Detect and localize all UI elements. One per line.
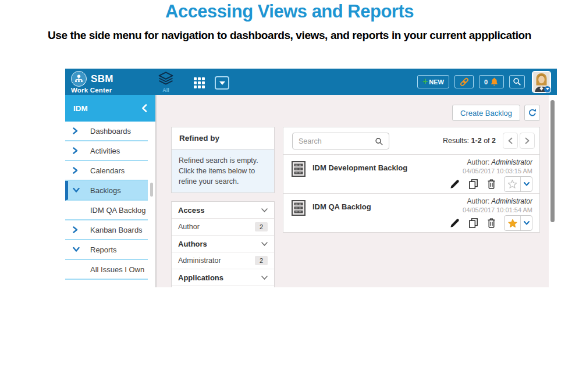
delete-button[interactable] (486, 179, 496, 190)
page-title: Accessing Views and Reports (0, 1, 579, 22)
filter-count-badge: 2 (255, 256, 268, 265)
refresh-icon (528, 108, 537, 117)
avatar-menu-caret[interactable] (544, 86, 550, 92)
chevron-down-icon (73, 188, 80, 193)
next-page-button[interactable] (520, 133, 535, 149)
author-label: Author: (467, 158, 490, 166)
create-backlog-button[interactable]: Create Backlog (452, 105, 520, 121)
filters-panel: Access Author 2 Authors Administrator 2 (171, 201, 275, 287)
filter-section-access[interactable]: Access (172, 202, 274, 219)
sidebar-app-header[interactable]: IDM (65, 95, 155, 122)
filter-item-issue-defect-management[interactable]: Issue Defect Management 2 (172, 286, 274, 287)
links-button[interactable] (454, 75, 474, 88)
org-chart-icon (74, 74, 84, 84)
result-title[interactable]: IDM Development Backlog (312, 163, 407, 172)
copy-button[interactable] (468, 218, 479, 229)
result-author: Author:Administrator (449, 158, 532, 166)
filter-section-authors[interactable]: Authors (172, 236, 274, 252)
result-row-idm-qa-backlog[interactable]: IDM QA Backlog Author:Administrator 04/0… (283, 193, 539, 232)
favorite-star-button[interactable] (505, 177, 520, 191)
search-input[interactable] (299, 133, 368, 149)
user-avatar[interactable] (532, 71, 551, 93)
sidebar-item-all-issues-i-own[interactable]: All Issues I Own (65, 260, 148, 280)
results-panel: Results: 1-2 of 2 (283, 127, 540, 233)
bell-icon (490, 77, 499, 86)
backlog-icon (292, 161, 306, 177)
result-row-idm-development-backlog[interactable]: IDM Development Backlog Author:Administr… (283, 154, 539, 193)
refined-by-title: Refined by (172, 127, 274, 149)
chevron-left-icon (508, 137, 513, 144)
sidebar-item-dashboards[interactable]: Dashboards (65, 122, 148, 141)
search-box[interactable] (292, 133, 389, 149)
author-name: Administrator (491, 158, 532, 166)
create-backlog-label: Create Backlog (460, 109, 512, 117)
trash-icon (486, 218, 496, 229)
sidebar-item-kanban-boards[interactable]: Kanban Boards (65, 220, 148, 240)
edit-button[interactable] (449, 179, 460, 190)
search-icon[interactable] (375, 137, 383, 146)
copy-icon (468, 218, 479, 229)
sidebar-item-label: IDM QA Backlog (90, 206, 145, 215)
sidebar-scrollbar-thumb[interactable] (150, 183, 153, 197)
result-title[interactable]: IDM QA Backlog (312, 202, 371, 211)
sbm-logo-icon[interactable] (71, 71, 87, 87)
chevron-left-icon[interactable] (141, 104, 147, 112)
view-dropdown-button[interactable] (215, 76, 229, 90)
brand-subtitle: Work Center (71, 87, 113, 94)
sidebar-scrollbar[interactable] (148, 122, 155, 287)
favorite-menu-button[interactable] (521, 216, 532, 230)
filter-section-label: Authors (178, 240, 207, 248)
global-search-button[interactable] (509, 75, 525, 88)
results-prefix: Results: (443, 137, 469, 145)
sidebar-item-idm-qa-backlog[interactable]: IDM QA Backlog (65, 201, 148, 220)
filter-section-applications[interactable]: Applications (172, 269, 274, 286)
favorite-control (504, 215, 532, 231)
main-content: Create Backlog Refined by Refined search… (157, 95, 549, 287)
sidebar-item-label: Dashboards (90, 127, 131, 136)
filter-item-author[interactable]: Author 2 (172, 219, 274, 236)
filter-section-label: Access (178, 206, 205, 215)
sidebar-item-activities[interactable]: Activities (65, 141, 148, 161)
results-total: 2 (492, 137, 496, 145)
filter-item-administrator[interactable]: Administrator 2 (172, 252, 274, 269)
favorite-menu-button[interactable] (521, 177, 532, 191)
chevron-right-icon (73, 167, 78, 174)
app-grid-button[interactable] (193, 77, 207, 88)
filter-section-label: Applications (178, 273, 223, 282)
favorite-star-button[interactable] (505, 216, 520, 230)
chevron-down-icon (524, 221, 530, 225)
content-scrollbar[interactable] (549, 95, 557, 287)
content-scrollbar-thumb[interactable] (550, 100, 555, 222)
layers-icon (157, 72, 175, 85)
pencil-icon (449, 179, 460, 190)
top-header-bar: SBM Work Center All (65, 69, 557, 95)
sidebar-item-calendars[interactable]: Calendars (65, 161, 148, 181)
chevron-right-icon (73, 226, 78, 233)
sidebar-item-backlogs[interactable]: Backlogs (65, 181, 148, 201)
copy-button[interactable] (468, 179, 479, 190)
sidebar-item-label: Kanban Boards (90, 226, 143, 234)
sidebar-item-label: Reports (90, 245, 117, 254)
author-label: Author: (467, 197, 490, 205)
chevron-down-icon (261, 208, 268, 212)
backlog-icon (292, 200, 306, 216)
result-author: Author:Administrator (449, 197, 532, 205)
context-all-selector[interactable]: All (156, 72, 176, 93)
notifications-button[interactable]: 0 (479, 75, 504, 88)
sbm-work-center-window: SBM Work Center All (65, 69, 557, 287)
refresh-button[interactable] (524, 105, 540, 121)
sidebar-item-reports[interactable]: Reports (65, 240, 148, 260)
delete-button[interactable] (486, 218, 496, 229)
prev-page-button[interactable] (503, 133, 518, 149)
refined-by-panel: Refined by Refined search is empty. Clic… (171, 127, 275, 193)
brand-name: SBM (91, 73, 113, 85)
result-timestamp: 04/05/2017 10:03:15 AM (449, 168, 532, 174)
edit-button[interactable] (449, 218, 460, 229)
new-item-button[interactable]: + NEW (417, 75, 449, 88)
filter-item-label: Administrator (178, 256, 221, 265)
copy-icon (468, 179, 479, 190)
sidebar-item-label: All Issues I Own (90, 265, 144, 274)
results-range: 1-2 (471, 137, 482, 145)
filter-count-badge: 2 (255, 222, 268, 231)
chevron-down-icon (261, 276, 268, 280)
